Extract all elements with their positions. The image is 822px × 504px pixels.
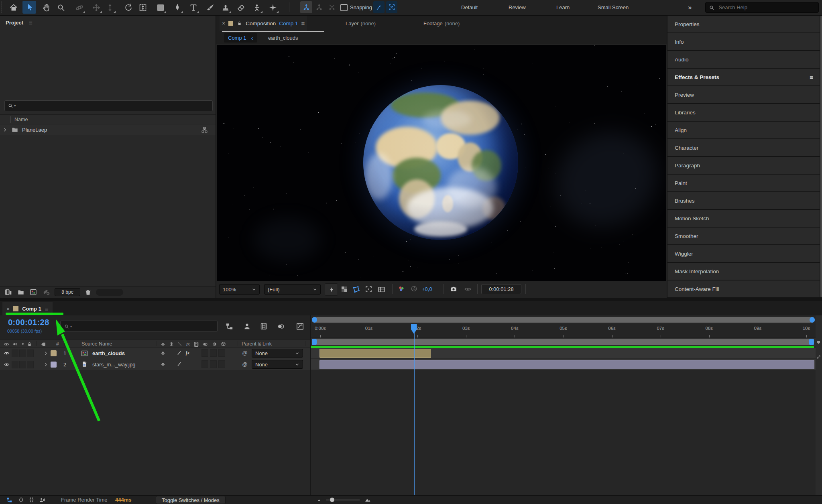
- show-snapshot-eye-icon[interactable]: [464, 285, 472, 293]
- selection-tool[interactable]: [22, 1, 36, 14]
- composition-tab-comp-name[interactable]: Comp 1: [279, 20, 298, 26]
- hand-tool[interactable]: [42, 3, 51, 12]
- switch-cell[interactable]: [218, 349, 225, 357]
- type-tool[interactable]: [189, 3, 198, 12]
- audio-cell[interactable]: [12, 350, 18, 357]
- home-button[interactable]: [9, 3, 18, 12]
- motion-blur-icon[interactable]: [276, 322, 285, 331]
- navigator-start-handle[interactable]: [312, 317, 317, 323]
- source-name-column-header[interactable]: Source Name: [81, 341, 112, 347]
- channel-settings-icon[interactable]: [397, 285, 406, 293]
- panel-tab-mask-interpolation[interactable]: Mask Interpolation: [667, 263, 820, 280]
- rectangle-tool[interactable]: [156, 3, 165, 12]
- snapping-checkbox[interactable]: [340, 4, 348, 11]
- layer-bar-stars[interactable]: [319, 360, 814, 369]
- fx-switch-icon[interactable]: fx: [184, 349, 191, 357]
- expand-switches-pane-icon[interactable]: [6, 496, 13, 504]
- eraser-tool[interactable]: [236, 3, 246, 12]
- draft-3d-icon[interactable]: [242, 322, 252, 331]
- layer-row-earth-clouds[interactable]: 1 earth_clouds fx @ None: [0, 348, 311, 359]
- timeline-search-input[interactable]: [72, 323, 214, 329]
- region-of-interest-icon[interactable]: [364, 285, 373, 293]
- panel-tab-motion-sketch[interactable]: Motion Sketch: [667, 210, 820, 227]
- preview-timecode-box[interactable]: 0:00:01:28: [481, 284, 521, 294]
- switch-cell[interactable]: [210, 349, 217, 357]
- workspace-tab-review[interactable]: Review: [509, 0, 526, 15]
- shy-switch-icon[interactable]: [160, 361, 166, 368]
- workspace-tab-small-screen[interactable]: Small Screen: [598, 0, 629, 15]
- parent-dropdown[interactable]: None: [252, 349, 303, 358]
- pick-whip-icon[interactable]: @: [241, 360, 249, 368]
- lock-cell[interactable]: [27, 361, 34, 368]
- comp-button-icon[interactable]: [816, 354, 822, 360]
- current-timecode[interactable]: 0:00:01:28: [8, 318, 49, 327]
- graph-editor-icon[interactable]: [295, 322, 305, 331]
- twirl-chevron-icon[interactable]: [43, 362, 49, 367]
- layer-name[interactable]: stars_m..._way.jpg: [92, 362, 135, 368]
- render-engine-icon[interactable]: [42, 288, 51, 297]
- workspace-tab-default[interactable]: Default: [461, 0, 478, 15]
- snap-to-frame-button[interactable]: [386, 1, 397, 13]
- switch-cell[interactable]: [201, 349, 208, 357]
- shy-switch-icon[interactable]: [160, 350, 166, 356]
- project-item-planet[interactable]: Planet.aep: [0, 124, 216, 135]
- work-area-bar[interactable]: [312, 339, 814, 345]
- panel-tab-effects-presets[interactable]: Effects & Presets≡: [667, 69, 820, 85]
- name-column-header[interactable]: Name: [14, 117, 28, 122]
- twirl-chevron-icon[interactable]: [43, 351, 49, 356]
- project-search-box[interactable]: ▾: [4, 100, 213, 111]
- live-update-icon[interactable]: [18, 496, 24, 503]
- transparency-grid-icon[interactable]: [340, 285, 348, 293]
- work-area-end-handle[interactable]: [809, 339, 814, 345]
- zoom-tool[interactable]: [56, 3, 66, 12]
- guides-options-icon[interactable]: [377, 285, 386, 294]
- panel-tab-character[interactable]: Character: [667, 139, 820, 156]
- parent-link-column-header[interactable]: Parent & Link: [242, 341, 272, 347]
- layer-name[interactable]: earth_clouds: [92, 350, 125, 356]
- project-search-input[interactable]: [16, 103, 210, 109]
- project-panel-menu-icon[interactable]: ≡: [29, 19, 33, 26]
- layer-row-stars[interactable]: 2 stars_m..._way.jpg @ None: [0, 359, 311, 370]
- viewer-menu-icon[interactable]: ≡: [301, 20, 305, 27]
- composition-tab-label[interactable]: Composition: [246, 20, 276, 26]
- right-panel-scrollbar[interactable]: [820, 16, 822, 297]
- lock-cell[interactable]: [27, 350, 34, 357]
- trash-icon[interactable]: [84, 289, 92, 296]
- help-search-input[interactable]: [718, 4, 815, 11]
- new-composition-icon[interactable]: [29, 288, 38, 297]
- footage-tab[interactable]: Footage (none): [423, 16, 460, 31]
- world-axis-mode-button[interactable]: [315, 3, 324, 12]
- panel-tab-paint[interactable]: Paint: [667, 175, 820, 191]
- close-icon[interactable]: ×: [222, 20, 225, 26]
- clone-stamp-tool[interactable]: [221, 3, 230, 12]
- bit-depth-button[interactable]: 8 bpc: [55, 288, 80, 296]
- panel-tab-properties[interactable]: Properties: [667, 16, 820, 33]
- panel-tab-wiggler[interactable]: Wiggler: [667, 245, 820, 262]
- panel-tab-align[interactable]: Align: [667, 122, 820, 138]
- motion-sketch-tool[interactable]: [268, 3, 278, 12]
- flowchart-icon[interactable]: [201, 126, 208, 134]
- snapping-label[interactable]: Snapping: [350, 0, 372, 15]
- brush-tool[interactable]: [206, 3, 215, 12]
- timeline-tab-label[interactable]: Comp 1: [22, 306, 41, 312]
- rasterize-switch-icon[interactable]: [176, 350, 183, 356]
- camera-tool[interactable]: [138, 3, 148, 12]
- panel-tab-preview[interactable]: Preview: [667, 86, 820, 103]
- pen-tool[interactable]: [173, 3, 182, 12]
- pick-whip-icon[interactable]: @: [241, 349, 249, 357]
- composition-tab[interactable]: × Composition Comp 1 ≡: [220, 16, 307, 31]
- help-search-box[interactable]: [705, 2, 819, 13]
- label-color-swatch[interactable]: [51, 362, 57, 368]
- navigator-end-handle[interactable]: [810, 317, 815, 323]
- exposure-value[interactable]: +0,0: [422, 286, 432, 292]
- snap-to-point-button[interactable]: [373, 1, 385, 13]
- switch-cell[interactable]: [218, 360, 225, 368]
- panel-tab-info[interactable]: Info: [667, 33, 820, 50]
- breadcrumb-back-icon[interactable]: ‹: [251, 35, 253, 41]
- label-color-swatch[interactable]: [51, 350, 57, 356]
- interpret-footage-icon[interactable]: [4, 288, 13, 297]
- panel-tab-audio[interactable]: Audio: [667, 51, 820, 68]
- panel-menu-icon[interactable]: ≡: [810, 74, 813, 81]
- panel-tab-brushes[interactable]: Brushes: [667, 192, 820, 209]
- fast-previews-button[interactable]: [325, 283, 338, 296]
